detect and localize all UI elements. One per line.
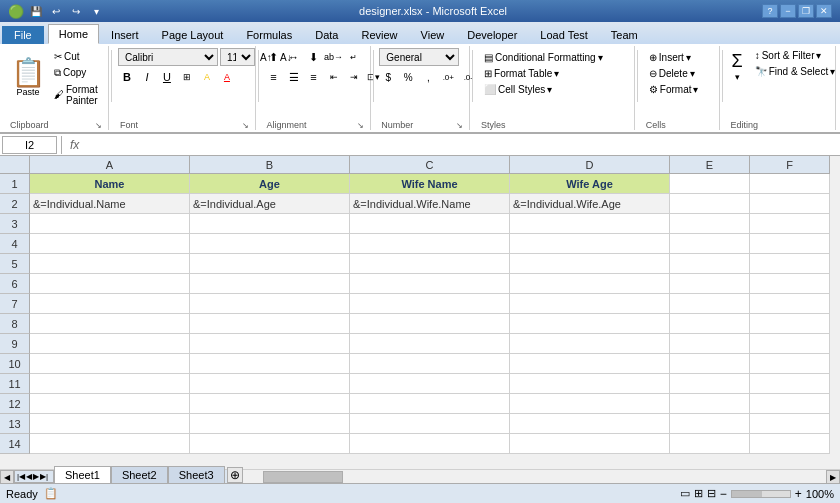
currency-button[interactable]: $: [379, 68, 397, 86]
col-header-d[interactable]: D: [510, 156, 670, 174]
cell[interactable]: [670, 434, 750, 454]
row-number[interactable]: 5: [0, 254, 30, 274]
cell[interactable]: [750, 194, 830, 214]
alignment-expand-icon[interactable]: ↘: [357, 121, 364, 130]
col-header-b[interactable]: B: [190, 156, 350, 174]
tab-home[interactable]: Home: [48, 24, 99, 44]
cell[interactable]: [350, 374, 510, 394]
tab-formulas[interactable]: Formulas: [235, 25, 303, 44]
cell[interactable]: [30, 294, 190, 314]
cell[interactable]: [510, 214, 670, 234]
cell[interactable]: [30, 334, 190, 354]
cell[interactable]: [350, 214, 510, 234]
delete-cells-button[interactable]: ⊖ Delete ▾: [644, 66, 700, 81]
row-number[interactable]: 6: [0, 274, 30, 294]
row-number[interactable]: 9: [0, 334, 30, 354]
cell[interactable]: [190, 374, 350, 394]
border-button[interactable]: ⊞: [178, 68, 196, 86]
view-normal-button[interactable]: ▭: [680, 487, 690, 500]
font-color-button[interactable]: A: [218, 68, 236, 86]
cell[interactable]: [670, 314, 750, 334]
restore-button[interactable]: ❐: [798, 4, 814, 18]
cell[interactable]: [30, 234, 190, 254]
cell[interactable]: Wife Name: [350, 174, 510, 194]
font-expand-icon[interactable]: ↘: [242, 121, 249, 130]
increase-decimal-button[interactable]: .0+: [439, 68, 457, 86]
cell[interactable]: [30, 394, 190, 414]
cell[interactable]: [750, 314, 830, 334]
cell[interactable]: [30, 274, 190, 294]
sheet-scroll-prev[interactable]: ◀: [26, 472, 32, 481]
sheet-scroll-last[interactable]: ▶|: [40, 472, 48, 481]
row-number[interactable]: 1: [0, 174, 30, 194]
row-number[interactable]: 4: [0, 234, 30, 254]
cell[interactable]: [510, 294, 670, 314]
cell[interactable]: [670, 174, 750, 194]
cell[interactable]: [750, 414, 830, 434]
cell[interactable]: [190, 254, 350, 274]
tab-insert[interactable]: Insert: [100, 25, 150, 44]
cell[interactable]: [750, 434, 830, 454]
cell[interactable]: [190, 414, 350, 434]
cell[interactable]: [190, 214, 350, 234]
middle-align-button[interactable]: ↔: [285, 48, 303, 66]
zoom-in-button[interactable]: +: [795, 487, 802, 501]
cell[interactable]: [670, 254, 750, 274]
col-header-f[interactable]: F: [750, 156, 830, 174]
cell[interactable]: Name: [30, 174, 190, 194]
cell[interactable]: [350, 354, 510, 374]
cell[interactable]: [350, 254, 510, 274]
cell[interactable]: [190, 334, 350, 354]
cell[interactable]: [350, 314, 510, 334]
quick-access-undo[interactable]: ↩: [48, 3, 64, 19]
cell[interactable]: [670, 234, 750, 254]
cell[interactable]: [510, 394, 670, 414]
col-header-a[interactable]: A: [30, 156, 190, 174]
row-number[interactable]: 3: [0, 214, 30, 234]
cell[interactable]: [350, 234, 510, 254]
cell[interactable]: [670, 354, 750, 374]
decrease-indent-button[interactable]: ⇤: [325, 68, 343, 86]
paste-button[interactable]: 📋 Paste: [8, 48, 48, 108]
row-number[interactable]: 12: [0, 394, 30, 414]
cell[interactable]: Wife Age: [510, 174, 670, 194]
h-scrollbar-thumb[interactable]: [263, 471, 343, 483]
cell[interactable]: [750, 374, 830, 394]
cell[interactable]: [670, 394, 750, 414]
scroll-left-button[interactable]: ◀: [0, 470, 14, 484]
cell[interactable]: &=Individual.Wife.Name: [350, 194, 510, 214]
sheet-scroll-first[interactable]: |◀: [17, 472, 25, 481]
tab-review[interactable]: Review: [350, 25, 408, 44]
cell[interactable]: [750, 254, 830, 274]
font-name-select[interactable]: Calibri: [118, 48, 218, 66]
cell[interactable]: [670, 294, 750, 314]
cell[interactable]: [350, 334, 510, 354]
top-align-button[interactable]: ⬆: [265, 48, 283, 66]
copy-button[interactable]: ⧉ Copy: [50, 65, 104, 81]
increase-indent-button[interactable]: ⇥: [345, 68, 363, 86]
minimize-button[interactable]: −: [780, 4, 796, 18]
cell-reference-box[interactable]: [2, 136, 57, 154]
format-table-button[interactable]: ⊞ Format Table ▾: [479, 66, 564, 81]
cell[interactable]: [510, 414, 670, 434]
cell[interactable]: [350, 394, 510, 414]
number-format-select[interactable]: General: [379, 48, 459, 66]
cell[interactable]: [30, 314, 190, 334]
cell[interactable]: [670, 274, 750, 294]
cell[interactable]: [750, 174, 830, 194]
tab-page-layout[interactable]: Page Layout: [151, 25, 235, 44]
cell[interactable]: [510, 374, 670, 394]
cell[interactable]: [670, 414, 750, 434]
quick-access-save[interactable]: 💾: [28, 3, 44, 19]
cell[interactable]: [510, 234, 670, 254]
cell[interactable]: [750, 294, 830, 314]
insert-cells-button[interactable]: ⊕ Insert ▾: [644, 50, 696, 65]
quick-access-dropdown[interactable]: ▾: [88, 3, 104, 19]
bottom-align-button[interactable]: ⬇: [305, 48, 323, 66]
row-number[interactable]: 2: [0, 194, 30, 214]
cell[interactable]: [510, 434, 670, 454]
zoom-slider[interactable]: [731, 490, 791, 498]
cell[interactable]: [510, 274, 670, 294]
cell[interactable]: &=Individual.Name: [30, 194, 190, 214]
cell[interactable]: [30, 374, 190, 394]
